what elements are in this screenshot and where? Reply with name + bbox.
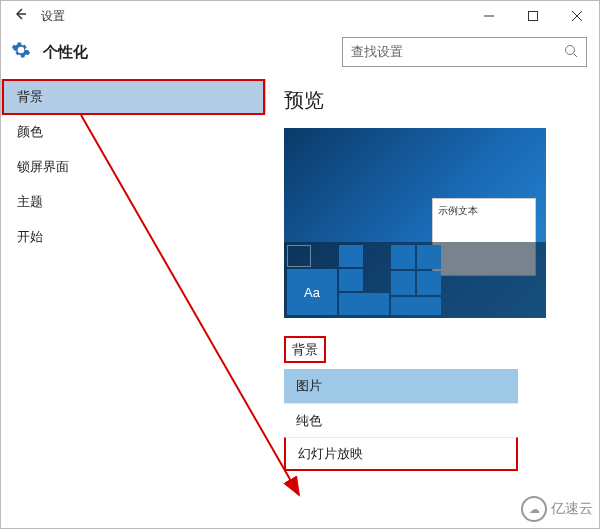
sidebar-item-colors[interactable]: 颜色 [1,114,266,149]
option-label: 幻灯片放映 [298,445,363,463]
watermark-icon: ☁ [521,496,547,522]
window-title: 设置 [41,8,65,25]
section-title: 个性化 [43,43,88,62]
search-placeholder: 查找设置 [351,43,403,61]
sidebar-item-background[interactable]: 背景 [1,79,266,114]
header-row: 个性化 查找设置 [1,31,599,73]
sidebar-item-lockscreen[interactable]: 锁屏界面 [1,149,266,184]
sidebar-item-label: 颜色 [17,123,43,141]
svg-line-6 [574,53,578,57]
option-label: 图片 [296,377,322,395]
preview-taskbar: Aa [284,242,546,318]
svg-point-5 [566,45,575,54]
settings-window: 设置 个性化 查找设置 背景 颜色 锁屏界面 主题 开始 [0,0,600,529]
sidebar-item-label: 主题 [17,193,43,211]
titlebar-left: 设置 [9,7,65,25]
watermark-text: 亿速云 [551,500,593,518]
desktop-preview: 示例文本 Aa [284,128,546,318]
search-input[interactable]: 查找设置 [342,37,587,67]
svg-rect-2 [529,12,538,21]
window-controls [467,1,599,31]
sidebar-item-label: 背景 [17,88,43,106]
sidebar: 背景 颜色 锁屏界面 主题 开始 [1,73,266,528]
background-label: 背景 [292,341,318,359]
sidebar-item-themes[interactable]: 主题 [1,184,266,219]
minimize-button[interactable] [467,1,511,31]
preview-tiles: Aa [284,242,444,318]
sidebar-item-label: 开始 [17,228,43,246]
preview-tile-aa: Aa [287,269,337,315]
back-icon[interactable] [9,7,31,25]
preview-heading: 预览 [284,87,581,114]
background-dropdown[interactable]: 图片 纯色 幻灯片放映 [284,369,518,471]
sidebar-item-label: 锁屏界面 [17,158,69,176]
annotation-box-label: 背景 [284,336,326,363]
dropdown-option-slideshow[interactable]: 幻灯片放映 [284,437,518,471]
close-button[interactable] [555,1,599,31]
maximize-button[interactable] [511,1,555,31]
search-icon [564,44,578,61]
sidebar-item-start[interactable]: 开始 [1,219,266,254]
gear-icon [11,40,31,64]
main-panel: 预览 示例文本 Aa [266,73,599,528]
dropdown-option-solid[interactable]: 纯色 [284,403,518,437]
background-section: 背景 图片 纯色 幻灯片放映 [284,336,581,471]
option-label: 纯色 [296,412,322,430]
body-area: 背景 颜色 锁屏界面 主题 开始 预览 示例文本 Aa [1,73,599,528]
dropdown-option-picture[interactable]: 图片 [284,369,518,403]
titlebar: 设置 [1,1,599,31]
header-left: 个性化 [11,40,88,64]
sample-text: 示例文本 [438,205,478,216]
watermark: ☁ 亿速云 [521,496,593,522]
